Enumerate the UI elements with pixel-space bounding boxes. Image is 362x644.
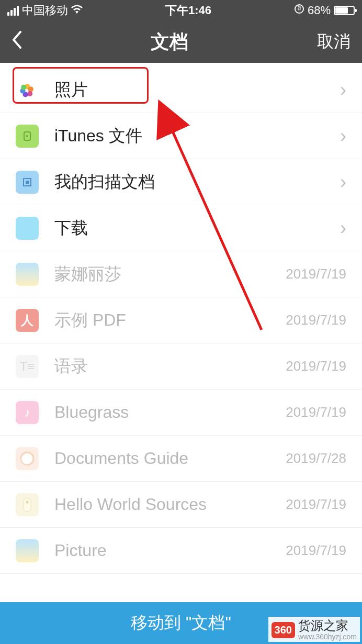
file-date: 2019/7/19 [286,404,346,420]
chevron-right-icon: › [340,171,346,193]
watermark-name: 货源之家 [298,619,357,632]
battery-icon [334,6,355,15]
file-row: T≡ 语录 2019/7/19 [0,343,362,390]
folder-row-photos[interactable]: 照片 › [0,67,362,113]
pdf-file-icon: 人 [16,309,39,332]
status-bar: 中国移动 下午1:46 68% [0,0,362,21]
move-action-label: 移动到 "文档" [131,612,231,635]
lock-rotation-icon [294,4,304,17]
file-list: 照片 › iTunes 文件 › 我的扫描文档 › 下载 › 蒙娜丽莎 2019… [0,67,362,574]
folder-label: 下载 [54,217,336,240]
svg-point-3 [27,91,32,96]
archive-file-icon [16,493,39,516]
svg-point-2 [28,86,33,92]
folder-row-itunes[interactable]: iTunes 文件 › [0,113,362,159]
watermark: 360 货源之家 www.360hyzj.com [268,617,360,642]
folder-label: 我的扫描文档 [54,171,336,194]
folder-blue-icon [16,171,39,194]
folder-label: 照片 [54,79,336,102]
folder-label: iTunes 文件 [54,125,336,148]
txt-file-icon: T≡ [16,355,39,378]
nav-bar: 文档 取消 [0,21,362,63]
file-label: Bluegrass [54,403,286,422]
file-label: Hello World Sources [54,495,286,514]
svg-point-6 [21,84,26,90]
file-date: 2019/7/19 [286,542,346,559]
file-label: 示例 PDF [54,309,286,332]
file-date: 2019/7/19 [286,496,346,513]
music-file-icon: ♪ [16,401,39,424]
file-row: 人 示例 PDF 2019/7/19 [0,297,362,343]
cancel-button[interactable]: 取消 [317,30,350,53]
file-date: 2019/7/19 [286,358,346,374]
file-row: 蒙娜丽莎 2019/7/19 [0,251,362,297]
svg-point-13 [26,501,29,504]
chevron-right-icon: › [340,79,346,101]
folder-cyan-icon [16,217,39,240]
chevron-right-icon: › [340,217,346,239]
file-date: 2019/7/19 [286,266,346,282]
file-row: Documents Guide 2019/7/28 [0,436,362,482]
folder-green-icon [16,125,39,148]
battery-percent: 68% [308,4,331,17]
chevron-right-icon: › [340,125,346,147]
folder-row-scans[interactable]: 我的扫描文档 › [0,159,362,205]
page-title: 文档 [151,29,188,55]
status-left: 中国移动 [7,3,83,18]
wifi-icon [71,4,83,17]
file-date: 2019/7/19 [286,312,346,328]
photos-icon [16,79,39,102]
watermark-logo: 360 [272,622,295,638]
file-label: Documents Guide [54,449,286,468]
guide-file-icon [16,447,39,470]
file-row: Picture 2019/7/19 [0,528,362,574]
file-label: 蒙娜丽莎 [54,263,286,286]
back-icon[interactable] [12,31,22,53]
file-date: 2019/7/28 [286,450,346,467]
image-file-icon [16,539,39,562]
status-time: 下午1:46 [165,3,211,18]
file-label: Picture [54,541,286,560]
svg-rect-12 [24,498,31,512]
svg-point-8 [26,135,28,137]
carrier-label: 中国移动 [22,3,68,18]
folder-row-downloads[interactable]: 下载 › [0,205,362,251]
image-file-icon [16,263,39,286]
status-right: 68% [294,4,355,17]
file-label: 语录 [54,355,286,378]
file-row: ♪ Bluegrass 2019/7/19 [0,390,362,436]
watermark-url: www.360hyzj.com [298,633,357,641]
file-row: Hello World Sources 2019/7/19 [0,482,362,528]
signal-icon [7,6,19,16]
svg-rect-10 [26,181,29,184]
